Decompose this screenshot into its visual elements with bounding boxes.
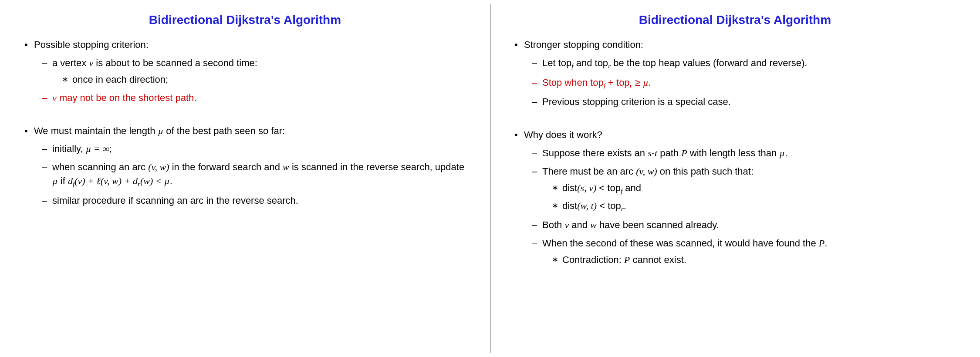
text: -	[652, 148, 655, 158]
bullet-arc-condition: There must be an arc (v, w) on this path…	[532, 165, 958, 214]
text: Stop when	[542, 77, 590, 88]
math-w: w	[590, 219, 597, 230]
text: and	[569, 219, 590, 230]
bullet-maintain-mu: We must maintain the length µ of the bes…	[22, 124, 468, 208]
bullet-contradiction: Contradiction: P cannot exist.	[552, 253, 958, 267]
bullet-stopping-criterion: Possible stopping criterion: a vertex v …	[22, 38, 468, 118]
text: and	[574, 57, 595, 68]
text: similar procedure if scanning an arc in …	[52, 195, 298, 206]
text: with length less than	[687, 148, 780, 158]
math-P: P	[624, 254, 630, 265]
slide-right-list: Stronger stopping condition: Let topf an…	[512, 38, 958, 267]
text: Contradiction:	[562, 254, 624, 265]
bullet-init-mu: initially, µ = ∞;	[42, 142, 468, 156]
bullet-stronger-condition: Stronger stopping condition: Let topf an…	[512, 38, 958, 122]
bullet-dist-wt: dist(w, t) < topr.	[552, 199, 958, 214]
bullet-scanned-twice: a vertex v is about to be scanned a seco…	[42, 56, 468, 87]
bullet-why-works: Why does it work? Suppose there exists a…	[512, 128, 958, 267]
text: have been scanned already.	[597, 219, 719, 230]
math-s: s	[648, 148, 652, 158]
text: if	[58, 175, 68, 186]
slide-right-title: Bidirectional Dijkstra's Algorithm	[512, 13, 958, 27]
text: Let	[542, 57, 558, 68]
math-P: P	[681, 148, 687, 158]
bullet-reverse-similar: similar procedure if scanning an arc in …	[42, 194, 468, 208]
math-arc: (v, w)	[148, 162, 169, 172]
text: on this path such that:	[657, 166, 754, 177]
math-arc: (v, w)	[636, 166, 657, 177]
text: when scanning an arc	[52, 162, 148, 172]
text: ;	[109, 143, 112, 154]
math-v: v	[89, 57, 93, 68]
text: a vertex	[52, 57, 89, 68]
math-cond: df(v) + ℓ(v, w) + dr(w) < µ	[68, 175, 170, 186]
math-mu: µ	[52, 175, 58, 186]
math-topr: topr	[595, 57, 611, 68]
bullet-not-on-path: v may not be on the shortest path.	[42, 91, 468, 105]
text: of the best path seen so far:	[163, 125, 285, 136]
text: We must maintain the length	[34, 125, 158, 136]
math-v: v	[52, 92, 57, 103]
bullet-both-scanned: Both v and w have been scanned already.	[532, 218, 958, 232]
bullet-each-direction: once in each direction;	[62, 73, 468, 87]
text: .	[170, 175, 172, 186]
text: Possible stopping criterion:	[34, 39, 149, 50]
math-dist-sv: dist(s, v) < topf	[562, 182, 622, 193]
bullet-special-case: Previous stopping criterion is a special…	[532, 95, 958, 109]
text: once in each direction;	[72, 74, 168, 85]
math-v: v	[564, 219, 569, 230]
bullet-dist-sv: dist(s, v) < topf and	[552, 181, 958, 196]
math-stop: topf + topr ≥ µ	[590, 77, 649, 88]
bullet-suppose-path: Suppose there exists an s-t path P with …	[532, 146, 958, 160]
text: .	[624, 200, 626, 211]
math-w: w	[283, 162, 289, 172]
text: Suppose there exists an	[542, 148, 648, 158]
text: in the forward search and	[169, 162, 283, 172]
text: initially,	[52, 143, 86, 154]
math-dist-wt: dist(w, t) < topr	[562, 200, 624, 211]
slide-divider	[490, 4, 490, 353]
math-mu: µ	[779, 148, 785, 158]
math-mu: µ	[158, 125, 164, 136]
slide-left: Bidirectional Dijkstra's Algorithm Possi…	[0, 0, 490, 357]
text: When the second of these was scanned, it…	[542, 238, 819, 249]
text: Both	[542, 219, 564, 230]
text: and	[622, 182, 641, 193]
text: Previous stopping criterion is a special…	[542, 96, 731, 107]
text: be the top heap values (forward and reve…	[611, 57, 807, 68]
text: .	[649, 77, 651, 88]
text: There must be an arc	[542, 166, 636, 177]
math-P: P	[819, 238, 825, 249]
text: .	[785, 148, 787, 158]
math-eq: µ = ∞	[86, 143, 109, 154]
bullet-stop-condition: Stop when topf + topr ≥ µ.	[532, 76, 958, 91]
text: cannot exist.	[630, 254, 686, 265]
text: is about to be scanned a second time:	[93, 57, 257, 68]
slide-left-list: Possible stopping criterion: a vertex v …	[22, 38, 468, 208]
slide-right: Bidirectional Dijkstra's Algorithm Stron…	[490, 0, 980, 357]
bullet-found-P: When the second of these was scanned, it…	[532, 236, 958, 267]
text: Why does it work?	[524, 129, 602, 140]
slide-left-title: Bidirectional Dijkstra's Algorithm	[22, 13, 468, 27]
text: .	[825, 238, 827, 249]
bullet-top-heap: Let topf and topr be the top heap values…	[532, 56, 958, 71]
text: path	[657, 148, 681, 158]
text: may not be on the shortest path.	[57, 92, 197, 103]
text: is scanned in the reverse search, update	[289, 162, 464, 172]
text: Stronger stopping condition:	[524, 39, 643, 50]
math-topf: topf	[558, 57, 574, 68]
bullet-update-mu: when scanning an arc (v, w) in the forwa…	[42, 160, 468, 189]
